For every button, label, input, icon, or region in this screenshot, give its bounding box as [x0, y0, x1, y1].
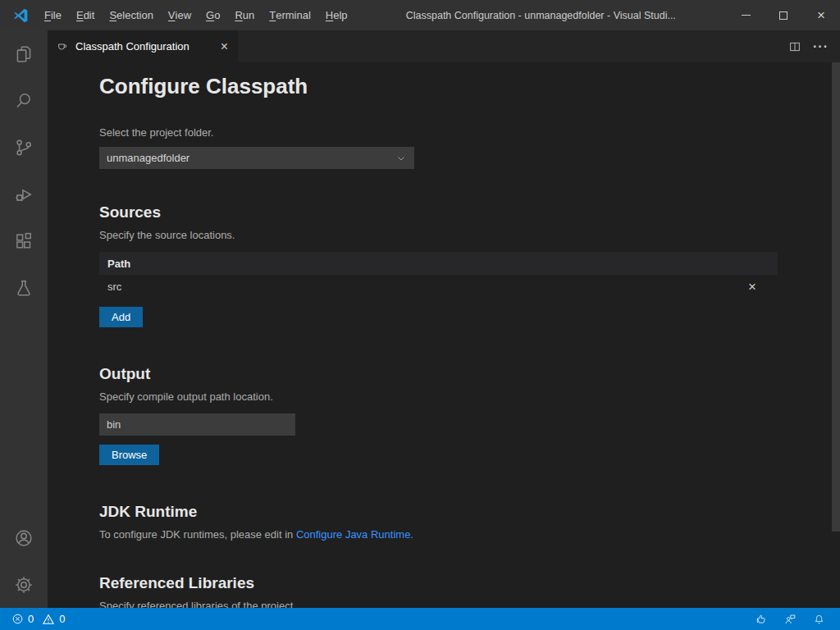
add-source-button[interactable]: Add	[99, 307, 143, 327]
thumbs-up-icon[interactable]	[755, 613, 768, 626]
source-path-cell: src	[107, 281, 121, 293]
java-cup-icon	[56, 40, 69, 53]
close-window-button[interactable]: ×	[802, 0, 840, 30]
editor-actions: ···	[788, 30, 840, 62]
explorer-icon[interactable]	[0, 30, 48, 77]
split-editor-icon[interactable]	[788, 40, 801, 53]
project-folder-value: unmanagedfolder	[107, 152, 189, 164]
referenced-libraries-heading: Referenced Libraries	[99, 574, 778, 592]
tab-close-icon[interactable]: ×	[219, 40, 230, 53]
bell-icon[interactable]	[813, 613, 825, 626]
minimize-button[interactable]	[727, 0, 765, 30]
maximize-icon	[779, 11, 788, 20]
referenced-libraries-section: Referenced Libraries Specify referenced …	[99, 574, 778, 608]
content-scrollbar[interactable]	[832, 62, 840, 608]
test-beaker-icon[interactable]	[0, 264, 48, 311]
sources-column-header: Path	[99, 252, 778, 275]
sources-section: Sources Specify the source locations. Pa…	[99, 203, 778, 327]
source-row: src ×	[99, 275, 778, 298]
project-folder-select[interactable]: unmanagedfolder	[99, 147, 414, 169]
browse-output-button[interactable]: Browse	[99, 445, 159, 465]
configure-java-runtime-link[interactable]: Configure Java Runtime.	[296, 528, 413, 541]
settings-gear-icon[interactable]	[0, 561, 48, 608]
warning-icon	[42, 613, 55, 626]
status-bar: 0 0	[0, 608, 840, 630]
titlebar: File Edit Selection View Go Run Terminal…	[0, 0, 840, 30]
sources-table: Path src ×	[99, 252, 778, 298]
more-actions-icon[interactable]: ···	[813, 43, 829, 50]
search-icon[interactable]	[0, 77, 48, 124]
close-icon: ×	[817, 8, 825, 22]
window-controls: ×	[727, 0, 840, 30]
statusbar-right	[755, 613, 832, 626]
referenced-libraries-description: Specify referenced libraries of the proj…	[99, 600, 778, 608]
menu-go[interactable]: Go	[199, 0, 227, 30]
menu-file[interactable]: File	[37, 0, 69, 30]
remove-source-icon[interactable]: ×	[745, 280, 769, 294]
output-description: Specify compile output path location.	[99, 390, 778, 403]
menu-help[interactable]: Help	[318, 0, 355, 30]
tab-bar: Classpath Configuration × ···	[48, 30, 840, 62]
window-title: Classpath Configuration - unmanagedfolde…	[355, 10, 727, 21]
problems-indicator[interactable]: 0 0	[8, 613, 68, 626]
sources-description: Specify the source locations.	[99, 229, 778, 241]
menu-selection[interactable]: Selection	[102, 0, 160, 30]
tab-label: Classpath Configuration	[75, 40, 212, 52]
jdk-runtime-heading: JDK Runtime	[99, 503, 778, 521]
output-path-input[interactable]	[99, 413, 295, 436]
extensions-icon[interactable]	[0, 217, 48, 264]
feedback-icon[interactable]	[783, 613, 797, 626]
chevron-down-icon	[395, 153, 407, 164]
jdk-runtime-section: JDK Runtime To configure JDK runtimes, p…	[99, 503, 778, 541]
vscode-logo-icon	[11, 6, 30, 25]
account-icon[interactable]	[0, 514, 48, 561]
minimize-icon	[742, 15, 751, 16]
activity-bar	[0, 30, 48, 608]
run-debug-icon[interactable]	[0, 171, 48, 217]
tab-classpath-configuration[interactable]: Classpath Configuration ×	[48, 30, 238, 62]
source-control-icon[interactable]	[0, 124, 48, 171]
jdk-runtime-text: To configure JDK runtimes, please edit i…	[99, 528, 778, 541]
menubar: File Edit Selection View Go Run Terminal…	[37, 0, 355, 30]
classpath-configuration-page: Configure Classpath Select the project f…	[48, 62, 840, 608]
maximize-button[interactable]	[765, 0, 802, 30]
error-icon	[11, 613, 24, 625]
output-section: Output Specify compile output path locat…	[99, 365, 778, 465]
menu-run[interactable]: Run	[227, 0, 262, 30]
warning-count: 0	[59, 613, 65, 625]
editor-area: Classpath Configuration × ··· Configure …	[48, 30, 840, 608]
scrollbar-thumb[interactable]	[832, 62, 840, 532]
main-area: Classpath Configuration × ··· Configure …	[0, 30, 840, 608]
error-count: 0	[28, 613, 34, 625]
menu-view[interactable]: View	[161, 0, 199, 30]
sources-heading: Sources	[99, 203, 778, 221]
output-heading: Output	[99, 365, 778, 383]
menu-terminal[interactable]: Terminal	[262, 0, 318, 30]
project-folder-label: Select the project folder.	[99, 126, 778, 139]
vscode-window: File Edit Selection View Go Run Terminal…	[0, 0, 840, 630]
menu-edit[interactable]: Edit	[69, 0, 102, 30]
page-title: Configure Classpath	[99, 74, 778, 99]
